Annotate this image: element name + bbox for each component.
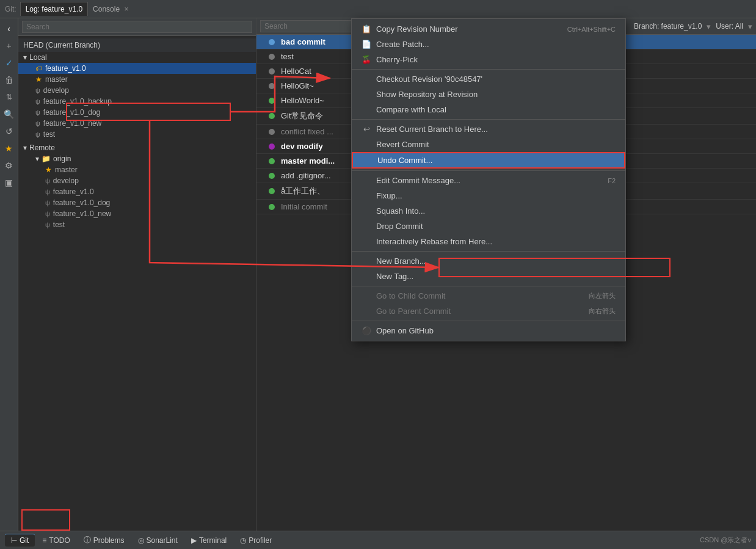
branch-item-backup-local[interactable]: ψ feature_v1.0_backup (18, 96, 256, 107)
main-layout: ‹ + ✓ 🗑 ⇅ 🔍 ↺ ★ ⚙ ▣ HEAD (Current Branch… (0, 18, 756, 531)
branch-item-new-local[interactable]: ψ feature_v1.0_new (18, 118, 256, 129)
user-selector[interactable]: User: All (716, 22, 743, 31)
branch-item-develop-local[interactable]: ψ develop (18, 85, 256, 96)
ctx-edit-message[interactable]: Edit Commit Message... F2 (352, 173, 625, 188)
local-label: Local (29, 53, 47, 62)
graph-col-3 (263, 83, 281, 89)
commit-dot-11 (269, 204, 275, 210)
commit-dot-1 (269, 54, 275, 60)
sidebar-collapse-icon[interactable]: ‹ (1, 21, 17, 37)
ctx-show-repo[interactable]: Show Repository at Revision (352, 87, 625, 102)
bottom-tab-profiler[interactable]: ◷ Profiler (234, 534, 278, 547)
graph-col-9 (263, 173, 281, 179)
sidebar-add-icon[interactable]: + (1, 38, 17, 54)
ctx-checkout[interactable]: Checkout Revision '90c48547' (352, 71, 625, 87)
todo-label: TODO (49, 536, 70, 545)
branch-item-dog-remote[interactable]: ψ feature_v1.0_dog (18, 197, 256, 208)
branch-search-input[interactable] (22, 21, 252, 33)
log-search-input[interactable] (260, 20, 358, 32)
log-tab[interactable]: Log: feature_v1.0 (20, 2, 88, 16)
branch-icon-dog: ψ (35, 109, 40, 116)
ctx-drop-commit[interactable]: Drop Commit (352, 219, 625, 234)
commit-dot-5 (269, 113, 275, 119)
commit-dot-0 (269, 39, 275, 45)
local-section-header[interactable]: ▾ Local (18, 52, 256, 63)
icon-sidebar: ‹ + ✓ 🗑 ⇅ 🔍 ↺ ★ ⚙ ▣ (0, 18, 18, 531)
branch-item-master-remote[interactable]: ★ master (18, 164, 256, 175)
sonarlint-label: SonarLint (147, 536, 178, 545)
bottom-tab-git[interactable]: ⊢ Git (5, 534, 35, 547)
sidebar-star-icon[interactable]: ★ (1, 140, 17, 156)
ctx-compare-local[interactable]: Compare with Local (352, 102, 625, 117)
ctx-reset-branch[interactable]: ↩ Reset Current Branch to Here... (352, 122, 625, 137)
branch-item-develop-remote[interactable]: ψ develop (18, 175, 256, 186)
ctx-new-tag[interactable]: New Tag... (352, 269, 625, 284)
ctx-fixup[interactable]: Fixup... (352, 188, 625, 203)
branch-icon-new: ψ (35, 120, 40, 127)
commit-dot-6 (269, 129, 275, 135)
reset-icon: ↩ (362, 125, 371, 134)
ctx-create-patch[interactable]: 📄 Create Patch... (352, 37, 625, 52)
sidebar-delete-icon[interactable]: 🗑 (1, 72, 17, 88)
branch-search-bar (18, 18, 256, 36)
ctx-copy-revision[interactable]: 📋 Copy Revision Number Ctrl+Alt+Shift+C (352, 21, 625, 37)
copy-icon: 📋 (362, 24, 371, 34)
branch-item-test-remote[interactable]: ψ test (18, 219, 256, 230)
origin-label: origin (53, 155, 71, 163)
ctx-new-branch[interactable]: New Branch... (352, 253, 625, 269)
branch-item-test-local[interactable]: ψ test (18, 129, 256, 140)
left-panel: HEAD (Current Branch) ▾ Local 🏷 feature_… (18, 18, 256, 531)
remote-section-header[interactable]: ▾ Remote (18, 142, 256, 153)
ctx-cherry-pick[interactable]: 🍒 Cherry-Pick (352, 52, 625, 67)
sidebar-check-icon[interactable]: ✓ (1, 55, 17, 71)
branch-item-master-local[interactable]: ★ master (18, 74, 256, 85)
ctx-sep-3 (352, 170, 625, 171)
bottom-tab-problems[interactable]: ⓘ Problems (78, 533, 131, 547)
tag-icon: 🏷 (35, 65, 42, 72)
sidebar-move-icon[interactable]: ⇅ (1, 89, 17, 105)
ctx-rebase[interactable]: Interactively Rebase from Here... (352, 234, 625, 249)
bottom-bar: ⊢ Git ≡ TODO ⓘ Problems ◎ SonarLint ▶ Te… (0, 531, 756, 549)
branch-selector-arrow: ▾ (707, 22, 711, 31)
graph-col-2 (263, 68, 281, 75)
branch-icon-test: ψ (35, 131, 40, 138)
sidebar-refresh-icon[interactable]: ↺ (1, 123, 17, 139)
sidebar-settings-icon[interactable]: ⚙ (1, 158, 17, 173)
ctx-sep-5 (352, 286, 625, 286)
ctx-undo-commit[interactable]: Undo Commit... (352, 152, 625, 169)
graph-col-0 (263, 39, 281, 45)
profiler-label: Profiler (249, 536, 272, 545)
remote-collapse-icon: ▾ (23, 144, 27, 152)
star-icon: ★ (35, 75, 42, 84)
origin-section-header[interactable]: ▾ 📁 origin (18, 153, 256, 164)
bottom-tab-sonarlint[interactable]: ◎ SonarLint (132, 534, 184, 547)
remote-label: Remote (29, 144, 55, 152)
right-panel: ⚙ Branch: feature_v1.0 ▾ User: All ▾ bad… (256, 18, 756, 531)
commit-dot-2 (269, 68, 275, 75)
todo-icon: ≡ (42, 536, 46, 545)
git-label: Git: (5, 5, 16, 13)
sidebar-panel-icon[interactable]: ▣ (1, 175, 17, 191)
console-tab-close[interactable]: × (124, 5, 128, 13)
graph-col-10 (263, 188, 281, 194)
commit-dot-3 (269, 83, 275, 89)
branch-selector[interactable]: Branch: feature_v1.0 (634, 22, 702, 31)
ctx-open-github[interactable]: ⚫ Open on GitHub (352, 323, 625, 338)
commit-dot-4 (269, 98, 275, 104)
branch-item-feature-v1.0-local[interactable]: 🏷 feature_v1.0 (18, 63, 256, 74)
sidebar-search-icon[interactable]: 🔍 (1, 106, 17, 122)
console-tab[interactable]: Console × (88, 2, 133, 16)
ctx-sep-6 (352, 321, 625, 321)
patch-icon: 📄 (362, 40, 371, 49)
ctx-go-child: Go to Child Commit 向左箭头 (352, 288, 625, 304)
ctx-sep-2 (352, 119, 625, 120)
bottom-tab-terminal[interactable]: ▶ Terminal (185, 534, 233, 547)
ctx-revert-commit[interactable]: Revert Commit (352, 137, 625, 152)
ctx-squash[interactable]: Squash Into... (352, 203, 625, 219)
branch-item-feature-v1.0-remote[interactable]: ψ feature_v1.0 (18, 186, 256, 197)
bottom-tab-todo[interactable]: ≡ TODO (36, 534, 76, 547)
star-icon-master-remote: ★ (45, 165, 52, 174)
terminal-icon: ▶ (191, 536, 197, 545)
branch-item-new-remote[interactable]: ψ feature_v1.0_new (18, 208, 256, 219)
branch-item-dog-local[interactable]: ψ feature_v1.0_dog (18, 107, 256, 118)
